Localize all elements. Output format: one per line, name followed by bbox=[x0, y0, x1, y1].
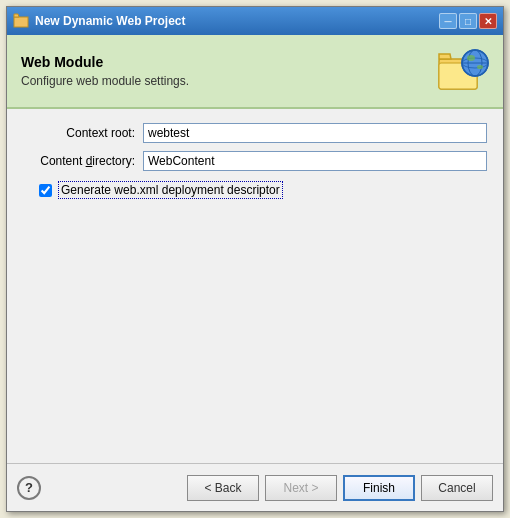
header-text: Web Module Configure web module settings… bbox=[21, 54, 437, 88]
window-title: New Dynamic Web Project bbox=[35, 14, 439, 28]
checkbox-row: Generate web.xml deployment descriptor bbox=[23, 181, 487, 199]
svg-rect-0 bbox=[14, 17, 28, 27]
cancel-button[interactable]: Cancel bbox=[421, 475, 493, 501]
svg-point-10 bbox=[467, 55, 475, 61]
context-root-label: Context root: bbox=[23, 126, 143, 140]
footer: ? < Back Next > Finish Cancel bbox=[7, 463, 503, 511]
dialog-window: New Dynamic Web Project ─ □ ✕ Web Module… bbox=[6, 6, 504, 512]
minimize-button[interactable]: ─ bbox=[439, 13, 457, 29]
content-directory-label: Content directory: bbox=[23, 154, 143, 168]
generate-xml-label[interactable]: Generate web.xml deployment descriptor bbox=[58, 181, 283, 199]
svg-marker-1 bbox=[14, 14, 19, 17]
window-icon bbox=[13, 13, 29, 29]
generate-xml-checkbox[interactable] bbox=[39, 184, 52, 197]
finish-button[interactable]: Finish bbox=[343, 475, 415, 501]
maximize-button[interactable]: □ bbox=[459, 13, 477, 29]
help-button[interactable]: ? bbox=[17, 476, 41, 500]
context-root-input[interactable] bbox=[143, 123, 487, 143]
content-area: Context root: Content directory: Generat… bbox=[7, 109, 503, 463]
back-button[interactable]: < Back bbox=[187, 475, 259, 501]
header-icon bbox=[437, 45, 489, 97]
svg-marker-3 bbox=[439, 54, 451, 59]
content-directory-row: Content directory: bbox=[23, 151, 487, 171]
window-controls: ─ □ ✕ bbox=[439, 13, 497, 29]
context-root-row: Context root: bbox=[23, 123, 487, 143]
next-button[interactable]: Next > bbox=[265, 475, 337, 501]
header-area: Web Module Configure web module settings… bbox=[7, 35, 503, 109]
close-button[interactable]: ✕ bbox=[479, 13, 497, 29]
footer-buttons: < Back Next > Finish Cancel bbox=[187, 475, 493, 501]
title-bar: New Dynamic Web Project ─ □ ✕ bbox=[7, 7, 503, 35]
content-directory-input[interactable] bbox=[143, 151, 487, 171]
header-subtitle: Configure web module settings. bbox=[21, 74, 437, 88]
header-title: Web Module bbox=[21, 54, 437, 70]
svg-point-11 bbox=[477, 65, 483, 69]
